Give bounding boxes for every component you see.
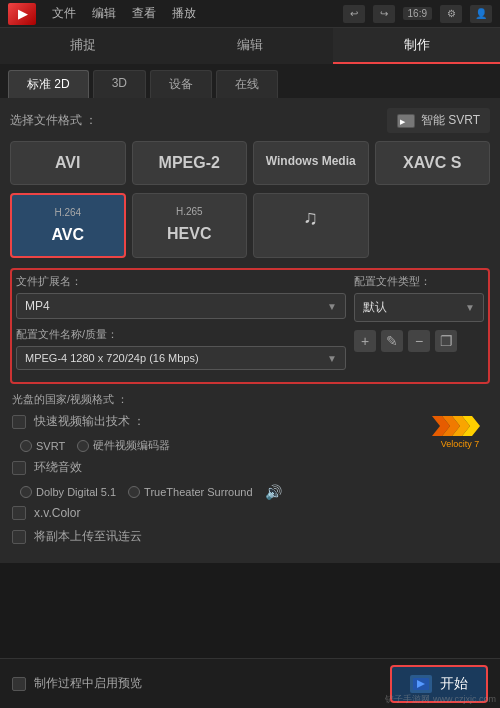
hw-radio-label: 硬件视频编码器 [93, 438, 170, 453]
svrt-radio-item[interactable]: SVRT [20, 440, 65, 452]
format-hevc[interactable]: H.265HEVC [132, 193, 248, 258]
ratio-badge: 16:9 [403, 7, 432, 20]
sub-tab-device[interactable]: 设备 [150, 70, 212, 98]
format-audio[interactable]: ♫ [253, 193, 369, 258]
quality-value: MPEG-4 1280 x 720/24p (16 Mbps) [25, 352, 199, 364]
dolby-radio-circle [20, 486, 32, 498]
config-value: 默认 [363, 299, 387, 316]
tab-edit[interactable]: 编辑 [167, 28, 334, 64]
surround-row: 环绕音效 Dolby Digital 5.1 TrueTheater Surro… [12, 459, 488, 500]
start-icon [410, 675, 432, 693]
sub-tab-3d[interactable]: 3D [93, 70, 146, 98]
surround-label: 环绕音效 [34, 459, 82, 476]
format-mpeg2[interactable]: MPEG-2 [132, 141, 248, 185]
preview-checkbox[interactable] [12, 677, 26, 691]
content-area: 选择文件格式 ： ▶ 智能 SVRT AVI MPEG-2 Windows Me… [0, 98, 500, 563]
format-header: 选择文件格式 ： ▶ 智能 SVRT [10, 108, 490, 133]
preview-label: 制作过程中启用预览 [34, 675, 142, 692]
format-empty [375, 193, 491, 258]
svrt-label: 智能 SVRT [421, 112, 480, 129]
sub-tab-std2d[interactable]: 标准 2D [8, 70, 89, 98]
settings-left: 文件扩展名： MP4 ▼ 配置文件名称/质量： MPEG-4 1280 x 72… [16, 274, 346, 378]
quality-select[interactable]: MPEG-4 1280 x 720/24p (16 Mbps) ▼ [16, 346, 346, 370]
menu-view[interactable]: 查看 [132, 5, 156, 22]
toolbar-right: ↩ ↪ 16:9 ⚙ 👤 [343, 5, 492, 23]
true-theater-radio-label: TrueTheater Surround [144, 486, 252, 498]
config-actions: + ✎ − ❐ [354, 330, 484, 352]
ext-select[interactable]: MP4 ▼ [16, 293, 346, 319]
settings-section: 文件扩展名： MP4 ▼ 配置文件名称/质量： MPEG-4 1280 x 72… [10, 268, 490, 384]
config-select[interactable]: 默认 ▼ [354, 293, 484, 322]
svrt-radio-label: SVRT [36, 440, 65, 452]
cloud-label: 将副本上传至讯连云 [34, 528, 142, 545]
settings-icon[interactable]: ⚙ [440, 5, 462, 23]
ext-arrow-icon: ▼ [327, 301, 337, 312]
ext-value: MP4 [25, 299, 50, 313]
main-tab-bar: 捕捉 编辑 制作 [0, 28, 500, 64]
hw-radio-item[interactable]: 硬件视频编码器 [77, 438, 170, 453]
hw-radio-circle [77, 440, 89, 452]
dolby-radio-item[interactable]: Dolby Digital 5.1 [20, 486, 116, 498]
menu-edit[interactable]: 编辑 [92, 5, 116, 22]
watermark: 铲子手游网 www.czjxjc.com [385, 693, 496, 706]
app-logo: ▶ [8, 3, 36, 25]
cloud-row: 将副本上传至讯连云 [12, 528, 488, 545]
fast-encode-option: 快速视频输出技术 ： [12, 413, 432, 430]
true-theater-radio-item[interactable]: TrueTheater Surround [128, 486, 252, 498]
options-section: 光盘的国家/视频格式 ： 快速视频输出技术 ： SVRT 硬件视频编码器 [10, 392, 490, 545]
format-avc[interactable]: H.264AVC [10, 193, 126, 258]
redo-icon[interactable]: ↪ [373, 5, 395, 23]
svrt-button[interactable]: ▶ 智能 SVRT [387, 108, 490, 133]
fast-encode-checkbox[interactable] [12, 415, 26, 429]
user-icon[interactable]: 👤 [470, 5, 492, 23]
fast-encode-label: 快速视频输出技术 ： [34, 413, 145, 430]
true-theater-radio-circle [128, 486, 140, 498]
config-arrow-icon: ▼ [465, 302, 475, 313]
velocity-chevrons [432, 415, 488, 437]
format-xavcs[interactable]: XAVC S [375, 141, 491, 185]
tab-capture[interactable]: 捕捉 [0, 28, 167, 64]
menu-play[interactable]: 播放 [172, 5, 196, 22]
encode-radio-group: SVRT 硬件视频编码器 [20, 438, 432, 453]
velocity-icon [432, 415, 488, 437]
quality-label: 配置文件名称/质量： [16, 327, 346, 342]
fast-encode-left: 快速视频输出技术 ： SVRT 硬件视频编码器 [12, 413, 432, 453]
disc-row: 光盘的国家/视频格式 ： [12, 392, 488, 407]
format-grid-row1: AVI MPEG-2 Windows Media XAVC S [10, 141, 490, 185]
dolby-radio-label: Dolby Digital 5.1 [36, 486, 116, 498]
surround-option: 环绕音效 [12, 459, 488, 476]
edit-config-button[interactable]: ✎ [381, 330, 403, 352]
settings-right: 配置文件类型： 默认 ▼ + ✎ − ❐ [354, 274, 484, 378]
format-label: 选择文件格式 ： [10, 112, 97, 129]
remove-config-button[interactable]: − [408, 330, 430, 352]
format-wmv[interactable]: Windows Media [253, 141, 369, 185]
avc-sup: H.264 [54, 207, 81, 218]
velocity-logo: Velocity 7 [432, 415, 488, 449]
cloud-checkbox[interactable] [12, 530, 26, 544]
xv-row: x.v.Color [12, 506, 488, 520]
format-avi[interactable]: AVI [10, 141, 126, 185]
speaker-icon: 🔊 [265, 484, 282, 500]
surround-checkbox[interactable] [12, 461, 26, 475]
undo-icon[interactable]: ↩ [343, 5, 365, 23]
svrt-icon: ▶ [397, 114, 415, 128]
sub-tab-online[interactable]: 在线 [216, 70, 278, 98]
config-label: 配置文件类型： [354, 274, 484, 289]
audio-radio-group: Dolby Digital 5.1 TrueTheater Surround 🔊 [20, 484, 488, 500]
xv-checkbox[interactable] [12, 506, 26, 520]
xv-label: x.v.Color [34, 506, 80, 520]
preview-check: 制作过程中启用预览 [12, 675, 142, 692]
quality-arrow-icon: ▼ [327, 353, 337, 364]
disc-label: 光盘的国家/视频格式 ： [12, 393, 128, 405]
format-grid-row2: H.264AVC H.265HEVC ♫ [10, 193, 490, 258]
svrt-radio-circle [20, 440, 32, 452]
fast-encode-row: 快速视频输出技术 ： SVRT 硬件视频编码器 [12, 413, 488, 453]
sub-tab-bar: 标准 2D 3D 设备 在线 [0, 64, 500, 98]
menu-file[interactable]: 文件 [52, 5, 76, 22]
add-config-button[interactable]: + [354, 330, 376, 352]
copy-config-button[interactable]: ❐ [435, 330, 457, 352]
tab-produce[interactable]: 制作 [333, 28, 500, 64]
settings-inner: 文件扩展名： MP4 ▼ 配置文件名称/质量： MPEG-4 1280 x 72… [16, 274, 484, 378]
hevc-sup: H.265 [176, 206, 203, 217]
menu-bar: ▶ 文件 编辑 查看 播放 ↩ ↪ 16:9 ⚙ 👤 [0, 0, 500, 28]
